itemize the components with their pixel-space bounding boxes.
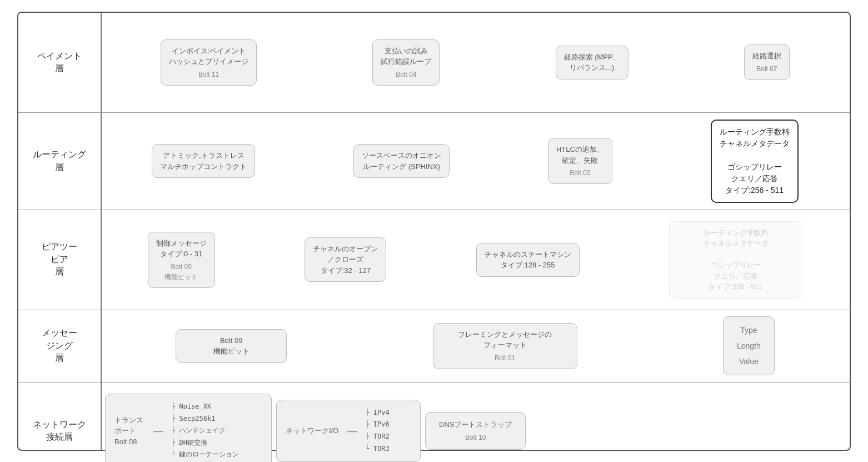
messaging-card-2: フレーミングとメッセージのフォーマット Bolt 01 <box>433 323 577 369</box>
payment-card-4: 経路選択 Bolt 07 <box>744 44 790 80</box>
network-content: トランスポートBolt 08 — ├ Noise_XK ├ Secp256k1 … <box>101 382 850 463</box>
peer-card-3: チャネルのステートマシンタイプ:128 - 255 <box>476 243 580 277</box>
routing-card-1: アトミック,トラストレスマルチホップコントラクト <box>152 144 255 178</box>
transport-card: トランスポートBolt 08 — ├ Noise_XK ├ Secp256k1 … <box>105 394 272 462</box>
networkio-label: ネットワークI/O <box>286 424 338 437</box>
peer-content: 制御メッセージタイプ:0 - 31 Bolt 09機能ビット チャネルのオープン… <box>101 210 850 310</box>
peer-layer-label: ピアツーピア層 <box>18 210 101 310</box>
routing-card-2: ソースベースのオニオンルーティング (SPHINX) <box>353 144 450 178</box>
routing-layer-row: ルーティング層 アトミック,トラストレスマルチホップコントラクト ソースベースの… <box>18 113 850 210</box>
peer-layer-row: ピアツーピア層 制御メッセージタイプ:0 - 31 Bolt 09機能ビット チ… <box>18 210 850 310</box>
routing-card-3: HTLCの追加、確定、失敗 Bolt 02 <box>548 138 612 184</box>
peer-card-1: 制御メッセージタイプ:0 - 31 Bolt 09機能ビット <box>148 232 215 288</box>
diagram: ペイメント層 インボイス:ペイメントハッシュとプリイメージ Bolt 11 支払… <box>17 12 851 451</box>
payment-card-3: 経路探索 (MPP、リバランス...) <box>556 46 628 80</box>
networkio-card: ネットワークI/O — ├ IPv4 ├ IPv6 ├ TOR2 └ TOR3 <box>276 400 421 462</box>
messaging-card-1: Bolt 09機能ビット <box>176 329 287 363</box>
peer-card-2: チャネルのオープン／クローズタイプ:32 - 127 <box>305 237 386 282</box>
routing-card-4-active: ルーティング手数料チャネルメタデータゴシップリレークエリ／応答タイプ:256 -… <box>711 120 799 203</box>
messaging-tlv-card: TypeLengthValue <box>723 316 775 375</box>
peer-card-4: ルーティング手数料チャネルメタデータゴシップリレークエリ／応答タイプ:256 -… <box>669 221 802 299</box>
transport-label: トランスポートBolt 08 <box>114 415 143 448</box>
network-layer-row: ネットワーク接続層 トランスポートBolt 08 — ├ Noise_XK ├ … <box>18 382 850 463</box>
routing-layer-label: ルーティング層 <box>18 113 101 210</box>
payment-layer-row: ペイメント層 インボイス:ペイメントハッシュとプリイメージ Bolt 11 支払… <box>18 13 850 113</box>
payment-content: インボイス:ペイメントハッシュとプリイメージ Bolt 11 支払いの試み試行錯… <box>101 13 850 112</box>
messaging-layer-label: メッセージング層 <box>18 310 101 382</box>
messaging-content: Bolt 09機能ビット フレーミングとメッセージのフォーマット Bolt 01… <box>101 310 850 382</box>
routing-content: アトミック,トラストレスマルチホップコントラクト ソースベースのオニオンルーティ… <box>101 113 850 210</box>
transport-items: ├ Noise_XK ├ Secp256k1 ├ ハンドシェイク ├ DH鍵交換… <box>171 401 239 461</box>
payment-layer-label: ペイメント層 <box>18 13 101 112</box>
payment-card-1: インボイス:ペイメントハッシュとプリイメージ Bolt 11 <box>161 39 257 86</box>
messaging-layer-row: メッセージング層 Bolt 09機能ビット フレーミングとメッセージのフォーマッ… <box>18 310 850 382</box>
network-layer-label: ネットワーク接続層 <box>18 382 101 463</box>
dns-card: DNSブートストラップ Bolt 10 <box>425 412 526 450</box>
payment-card-2: 支払いの試み試行錯誤ループ Bolt 04 <box>372 39 440 86</box>
networkio-items: ├ IPv4 ├ IPv6 ├ TOR2 └ TOR3 <box>365 407 389 455</box>
